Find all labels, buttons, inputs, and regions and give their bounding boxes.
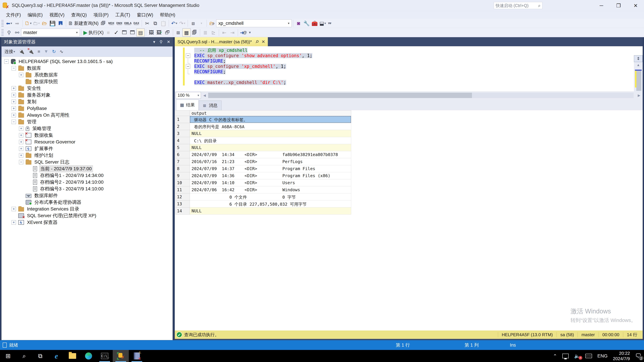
chevron-down-icon[interactable]: ▾ [76, 31, 78, 34]
activity-monitor-button[interactable]: ◙ [294, 19, 302, 27]
query-document-tab[interactable]: SQLQuery3.sql - H....master (sa (58))* ⚲… [175, 37, 268, 46]
row-number-cell[interactable]: 6 [176, 151, 190, 158]
tray-chevron-up-icon[interactable]: ⌃ [550, 350, 560, 362]
menu-item-7[interactable]: 帮助(H) [157, 11, 178, 18]
uncomment-button[interactable]: ⊵ [210, 28, 218, 36]
intellisense-toggle[interactable]: ▤ [136, 28, 144, 36]
navigate-back-button[interactable]: ⬅▾ [5, 19, 13, 27]
output-cell[interactable]: 驱动器 C 中的卷没有标签。 [190, 116, 351, 123]
indent-button[interactable]: ⇥ [228, 28, 236, 36]
menu-item-1[interactable]: 编辑(E) [24, 11, 46, 18]
expand-icon[interactable]: + [19, 146, 23, 151]
code-line-2[interactable]: −EXEC sp_configure 'show advanced option… [175, 53, 634, 58]
connect-icon[interactable]: 🔌 [18, 48, 26, 55]
minimize-button[interactable]: ─ [598, 3, 605, 8]
toolbar-grip[interactable] [1, 29, 4, 36]
tree-item[interactable]: −SQL Server 日志 [2, 159, 172, 165]
volume-muted-icon[interactable]: 🔈 [572, 350, 582, 362]
save-all-button[interactable]: 🖪 [56, 19, 64, 27]
stop-icon[interactable]: ■ [36, 48, 42, 55]
command-prompt-button[interactable]: C:\_ [96, 350, 113, 362]
expand-icon[interactable]: + [12, 93, 16, 97]
output-cell[interactable]: 0 个文件 0 字节 [190, 193, 351, 200]
tree-item[interactable]: 当前 - 2024/7/9 19:37:00 [2, 165, 172, 172]
tree-item[interactable]: +Integration Services 目录 [2, 206, 172, 212]
tree-item[interactable]: 数据库快照 [2, 78, 172, 85]
output-cell[interactable]: NULL [190, 144, 351, 151]
tree-item[interactable]: +Resource Governor [2, 139, 172, 145]
scrollbar-thumb[interactable] [208, 93, 472, 98]
terminal-button[interactable]: ⬓▾ [319, 19, 327, 27]
expand-icon[interactable]: + [12, 99, 16, 104]
new-current-connection-query-button[interactable]: 🗊 [99, 19, 107, 27]
new-file-button[interactable]: 🗋▾ [24, 19, 32, 27]
refresh-icon[interactable]: ↻ [51, 48, 57, 55]
output-cell[interactable]: NULL [190, 207, 351, 215]
row-number-cell[interactable]: 1 [176, 116, 190, 123]
ssms-taskbar-button[interactable]: ✗ [113, 350, 129, 362]
code-line-1[interactable]: -- 启用 xp_cmdshell [175, 48, 634, 53]
pin-icon[interactable]: ⚲ [160, 39, 162, 44]
expand-icon[interactable]: + [12, 106, 16, 111]
tree-item[interactable]: 存档编号2 - 2024/7/9 14:10:00 [2, 179, 172, 186]
code-line-7[interactable]: EXEC master..xp_cmdshell 'dir C:\'; [175, 80, 634, 85]
tree-item[interactable]: −管理 [2, 118, 172, 125]
start-button[interactable]: ⊞ [0, 350, 16, 362]
expand-icon[interactable]: + [19, 140, 23, 144]
comment-button[interactable]: ≣ [202, 28, 210, 36]
menu-item-0[interactable]: 文件(F) [3, 11, 24, 18]
fold-collapse-icon[interactable]: − [186, 53, 190, 58]
execute-button[interactable]: ▶执行(X) [83, 28, 104, 36]
edge-button[interactable] [80, 350, 96, 362]
open-file-button[interactable]: 🗁 [40, 19, 48, 27]
menu-item-5[interactable]: 工具(T) [112, 11, 133, 18]
menu-item-6[interactable]: 窗口(W) [134, 11, 156, 18]
xmla-query-button[interactable]: X͟M͟L͟A [124, 19, 132, 27]
tab-messages[interactable]: 🗉 消息 [199, 100, 222, 110]
results-to-grid-button[interactable]: ▦ [182, 28, 190, 36]
output-cell[interactable]: 卷的序列号是 A6BA-8C6A [190, 123, 351, 130]
row-number-cell[interactable]: 11 [176, 186, 190, 193]
restore-button[interactable]: ❐ [615, 3, 622, 8]
tree-item[interactable]: 存档编号3 - 2024/7/9 14:10:00 [2, 186, 172, 192]
row-number-cell[interactable]: 8 [176, 165, 190, 172]
include-actual-plan-button[interactable]: 🖽 [148, 28, 156, 36]
tree-item[interactable]: +系统数据库 [2, 71, 172, 78]
menu-item-3[interactable]: 查询(Q) [68, 11, 90, 18]
expand-icon[interactable]: + [19, 126, 23, 131]
expand-icon[interactable]: + [12, 220, 16, 225]
chevron-down-icon[interactable]: ▾ [198, 93, 199, 97]
tree-item[interactable]: 数据库邮件 [2, 192, 172, 199]
tree-item[interactable]: 分布式事务处理协调器 [2, 199, 172, 206]
collapse-icon[interactable]: − [12, 66, 16, 70]
file-explorer-button[interactable] [64, 350, 80, 362]
splitter-handle[interactable]: ⇕ [634, 55, 643, 62]
estimated-plan-button[interactable]: 🗔 [120, 28, 128, 36]
script-generate-button[interactable]: ⧈ [189, 19, 197, 27]
query-options-button[interactable]: 🗖 [128, 28, 136, 36]
tree-item[interactable]: +XEvent 探查器 [2, 219, 172, 226]
scroll-up-arrow[interactable]: ▲ [634, 62, 643, 68]
keyboard-icon[interactable] [582, 350, 595, 362]
menu-item-4[interactable]: 项目(P) [90, 11, 112, 18]
output-cell[interactable]: 2024/07/09 14:34 <DIR> fa8b96e38291ea807… [190, 151, 351, 158]
row-number-cell[interactable]: 12 [176, 193, 190, 200]
close-button[interactable]: ✕ [632, 3, 639, 8]
row-number-cell[interactable]: 4 [176, 137, 190, 144]
quick-launch-input[interactable]: 快速启动 (Ctrl+Q) ⌕ [494, 2, 542, 9]
row-number-cell[interactable]: 7 [176, 158, 190, 165]
tab-results[interactable]: ▦ 结果 [176, 99, 199, 110]
results-to-file-button[interactable]: 🗐 [190, 28, 198, 36]
client-stats-button[interactable]: 🗗 [164, 28, 172, 36]
copy-button[interactable]: ⧉ [151, 19, 159, 27]
activity-monitor-icon[interactable]: ∿ [58, 48, 65, 55]
log-viewer-button[interactable] [129, 350, 145, 362]
scroll-left-arrow[interactable]: ◀ [201, 93, 208, 97]
output-cell[interactable]: 2024/07/06 16:42 <DIR> Windows [190, 186, 351, 193]
database-combo[interactable]: master ▾ [21, 29, 80, 36]
sql-editor[interactable]: -- 启用 xp_cmdshell−EXEC sp_configure 'sho… [175, 46, 643, 91]
wrench-icon[interactable]: 🔧 [302, 19, 310, 27]
language-indicator[interactable]: ENG [595, 350, 610, 362]
tree-item[interactable]: +维护计划 [2, 152, 172, 159]
row-number-cell[interactable]: 5 [176, 144, 190, 151]
